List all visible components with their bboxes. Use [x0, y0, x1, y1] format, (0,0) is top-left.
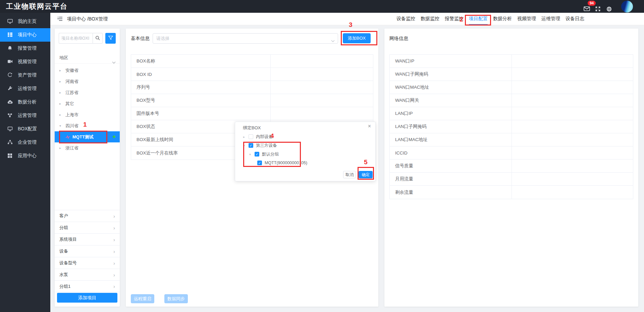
- tree-node-province[interactable]: ▸河南省: [55, 76, 120, 87]
- breadcrumb: 项目中心 /BOX管理: [67, 13, 108, 25]
- tree-node-province[interactable]: ▸上海市: [55, 109, 120, 120]
- sidebar-item-my-home[interactable]: 我的主页: [0, 15, 50, 28]
- tab-data-monitor[interactable]: 数据监控: [418, 13, 442, 25]
- popover-tree-node[interactable]: ▾ ✓ 第三方设备: [235, 141, 375, 149]
- project-search-row: [59, 33, 116, 44]
- caret-down-icon[interactable]: ▾: [243, 144, 249, 147]
- video-camera-icon: [7, 59, 13, 64]
- table-row: BOX ID: [131, 68, 373, 81]
- basic-info-title: 基本信息: [131, 36, 150, 42]
- offline-status-icon: [65, 135, 70, 139]
- field-value: [512, 81, 633, 94]
- checkbox-unchecked[interactable]: [249, 134, 253, 139]
- cancel-button[interactable]: 取消: [343, 171, 356, 178]
- confirm-button[interactable]: 确定: [359, 171, 373, 178]
- tab-ops-mgmt[interactable]: 运维管理: [539, 13, 563, 25]
- accordion-customer[interactable]: 客户›: [55, 210, 120, 222]
- tree-node-province[interactable]: ▸安徽省: [55, 65, 120, 76]
- tree-node-project-selected[interactable]: MQTT测试 ★: [55, 131, 120, 142]
- sidebar-item-data-analysis[interactable]: 数据分析: [0, 95, 50, 109]
- field-value: [270, 107, 373, 120]
- network-info-panel: 网络信息 WAN口IP WAN口子网掩码 WAN口MAC地址 WAN口网关 LA…: [384, 29, 638, 307]
- globe-language-icon[interactable]: [606, 6, 613, 12]
- tab-project-config[interactable]: 项目配置: [466, 13, 490, 25]
- tree-node-province-expanded[interactable]: ▾四川省: [55, 120, 120, 131]
- chevron-right-icon: ›: [113, 283, 115, 289]
- caret-right-icon[interactable]: ▸: [59, 80, 65, 83]
- accordion-group[interactable]: 分组›: [55, 222, 120, 233]
- popover-tree-node[interactable]: ▾ ✓ 默认分组: [235, 150, 375, 158]
- sidebar-item-operation-mgmt[interactable]: 运营管理: [0, 109, 50, 122]
- sidebar-item-alarm-mgmt[interactable]: 报警管理: [0, 42, 50, 55]
- accordion-system-project[interactable]: 系统项目›: [55, 233, 120, 245]
- tab-data-analysis[interactable]: 数据分析: [490, 13, 515, 25]
- sidebar-item-box-config[interactable]: BOX配置: [0, 122, 50, 136]
- field-value: [512, 55, 633, 68]
- accordion-water-pump[interactable]: 水泵›: [55, 269, 120, 280]
- fullscreen-icon[interactable]: [595, 6, 602, 12]
- field-value: [512, 107, 633, 120]
- sidebar-item-app-center[interactable]: 应用中心: [0, 149, 50, 163]
- caret-right-icon[interactable]: ▸: [59, 102, 65, 105]
- table-row: BOX名称: [131, 55, 373, 68]
- app-window: 工业物联网云平台 94 我的主页: [0, 0, 644, 312]
- table-row: WAN口网关: [390, 94, 633, 107]
- filter-button[interactable]: [105, 33, 116, 44]
- checkbox-checked[interactable]: ✓: [255, 152, 259, 157]
- tab-video-mgmt[interactable]: 视频管理: [515, 13, 539, 25]
- popover-tree-node[interactable]: ▸ 内部设备: [235, 133, 375, 141]
- sidebar-item-label: 应用中心: [18, 153, 37, 159]
- tab-device-log[interactable]: 设备日志: [563, 13, 587, 25]
- add-box-button[interactable]: 添加BOX: [343, 33, 371, 43]
- user-avatar[interactable]: [621, 1, 633, 12]
- envelope-icon[interactable]: [584, 6, 590, 12]
- tab-device-monitor[interactable]: 设备监控: [394, 13, 418, 25]
- collapse-menu-icon[interactable]: [57, 16, 63, 21]
- bind-box-popover: 绑定BOX × ▸ 内部设备 ▾ ✓ 第三方设备 ▾ ✓ 默认分组 ✓ MQTT…: [235, 122, 376, 181]
- accordion-device-model[interactable]: 设备型号›: [55, 257, 120, 269]
- sidebar-item-asset-mgmt[interactable]: 资产管理: [0, 69, 50, 82]
- sidebar-item-label: 视频管理: [18, 59, 37, 65]
- add-project-button[interactable]: 添加项目: [57, 293, 117, 303]
- caret-right-icon[interactable]: ▸: [59, 91, 65, 94]
- field-value: [512, 94, 633, 107]
- caret-down-icon[interactable]: ▾: [59, 124, 65, 128]
- accordion-group1[interactable]: 分组1›: [55, 280, 120, 292]
- caret-right-icon[interactable]: ▸: [59, 69, 65, 72]
- box-select[interactable]: 请选择: [153, 33, 338, 44]
- caret-right-icon[interactable]: ▸: [243, 135, 249, 139]
- checkbox-checked[interactable]: ✓: [249, 143, 253, 148]
- data-sync-button[interactable]: 数据同步: [164, 294, 188, 303]
- checkbox-checked[interactable]: ✓: [257, 161, 262, 165]
- search-input[interactable]: [59, 33, 93, 44]
- sidebar-item-project-center[interactable]: 项目中心: [0, 28, 50, 42]
- funnel-icon: [108, 36, 113, 41]
- popover-title: 绑定BOX: [243, 125, 261, 131]
- caret-right-icon[interactable]: ▸: [59, 146, 65, 150]
- tree-node-province[interactable]: ▸江苏省: [55, 87, 120, 98]
- favorite-star-icon[interactable]: ★: [112, 134, 116, 139]
- toolbar: 项目中心 /BOX管理 设备监控 数据监控 报警监控 项目配置 数据分析 视频管…: [50, 13, 644, 25]
- field-value: [512, 146, 633, 159]
- sidebar-item-video-mgmt[interactable]: 视频管理: [0, 55, 50, 69]
- caret-right-icon[interactable]: ▸: [59, 113, 65, 117]
- accordion-device[interactable]: 设备›: [55, 245, 120, 257]
- sidebar-item-ops-maintenance[interactable]: 运维管理: [0, 82, 50, 95]
- caret-down-icon[interactable]: ▾: [249, 152, 255, 156]
- table-row: 信号质量: [390, 160, 633, 173]
- close-icon[interactable]: ×: [368, 124, 371, 129]
- tree-group-region[interactable]: 地区: [55, 51, 120, 64]
- sidebar-item-label: 我的主页: [18, 18, 37, 25]
- table-row: LAN口IP: [390, 107, 633, 120]
- tree-node-province[interactable]: ▸浙江省: [55, 142, 120, 153]
- table-row: WAN口MAC地址: [390, 81, 633, 94]
- tab-alarm-monitor[interactable]: 报警监控: [442, 13, 466, 25]
- share-nodes-icon: [7, 113, 13, 118]
- table-row: 固件版本号: [131, 107, 373, 120]
- search-button[interactable]: [93, 33, 103, 44]
- tree-node-province[interactable]: ▸其它: [55, 98, 120, 109]
- sidebar-item-label: 运营管理: [18, 113, 37, 119]
- remote-restart-button[interactable]: 远程重启: [131, 294, 154, 303]
- popover-tree-node[interactable]: ✓ MQTT(900000000105): [235, 159, 375, 167]
- sidebar-item-enterprise-mgmt[interactable]: 企业管理: [0, 136, 50, 149]
